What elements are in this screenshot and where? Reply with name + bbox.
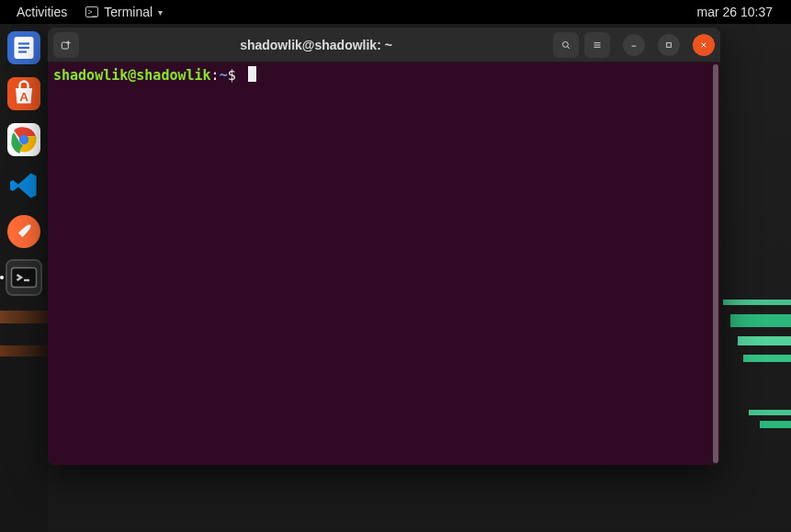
scrollbar-thumb[interactable] <box>713 64 718 463</box>
dock-app-terminal[interactable] <box>7 261 40 294</box>
svg-text:A: A <box>19 90 28 104</box>
new-tab-button[interactable] <box>53 32 79 58</box>
window-titlebar[interactable]: shadowlik@shadowlik: ~ <box>48 28 720 62</box>
bg-streak <box>730 314 791 327</box>
notes-icon <box>7 31 40 64</box>
dock-app-postman[interactable] <box>7 215 40 248</box>
bg-streak <box>738 336 791 345</box>
dock: A <box>0 24 48 532</box>
chevron-down-icon: ▾ <box>158 7 163 17</box>
app-menu-label: Terminal <box>104 5 153 19</box>
new-tab-icon <box>60 39 73 51</box>
bg-streak <box>743 355 791 362</box>
menu-button[interactable] <box>584 32 610 58</box>
dock-app-chrome[interactable] <box>7 123 40 156</box>
svg-rect-9 <box>12 268 37 288</box>
minimize-icon <box>627 39 640 51</box>
dock-app-notes[interactable] <box>7 31 40 64</box>
bg-streak <box>723 300 791 305</box>
chrome-icon <box>7 123 40 156</box>
search-icon <box>559 39 572 51</box>
prompt-dollar: $ <box>228 67 236 84</box>
terminal-body[interactable]: shadowlik@shadowlik:~$ <box>48 62 720 465</box>
clock-label[interactable]: mar 26 10:37 <box>686 5 785 19</box>
activities-button[interactable]: Activities <box>7 5 76 19</box>
maximize-button[interactable] <box>658 34 680 56</box>
maximize-icon <box>662 39 675 51</box>
dock-app-software[interactable]: A <box>7 77 40 110</box>
hamburger-icon <box>591 39 604 51</box>
window-title: shadowlik@shadowlik: ~ <box>79 38 553 52</box>
bg-streak <box>760 421 791 428</box>
app-menu-button[interactable]: >_ Terminal ▾ <box>76 5 172 19</box>
shell-prompt: shadowlik@shadowlik:~$ <box>53 67 244 84</box>
prompt-path: ~ <box>220 67 228 84</box>
svg-point-14 <box>563 41 569 47</box>
minimize-button[interactable] <box>623 34 645 56</box>
shopping-bag-icon: A <box>7 77 40 110</box>
terminal-window: shadowlik@shadowlik: ~ shadowlik@shadowl… <box>48 28 720 465</box>
vscode-icon <box>7 169 40 202</box>
terminal-icon: >_ <box>85 6 98 17</box>
svg-rect-20 <box>667 42 672 47</box>
close-button[interactable] <box>693 34 715 56</box>
scrollbar[interactable] <box>711 62 720 465</box>
text-cursor <box>248 66 256 82</box>
search-button[interactable] <box>553 32 579 58</box>
prompt-colon: : <box>211 67 220 84</box>
bg-streak <box>749 410 791 415</box>
prompt-userhost: shadowlik@shadowlik <box>53 67 211 84</box>
terminal-icon <box>7 261 40 294</box>
svg-line-15 <box>568 46 570 48</box>
postman-icon <box>7 215 40 248</box>
dock-app-vscode[interactable] <box>7 169 40 202</box>
gnome-topbar: Activities >_ Terminal ▾ mar 26 10:37 <box>0 0 791 24</box>
close-icon <box>697 39 710 51</box>
